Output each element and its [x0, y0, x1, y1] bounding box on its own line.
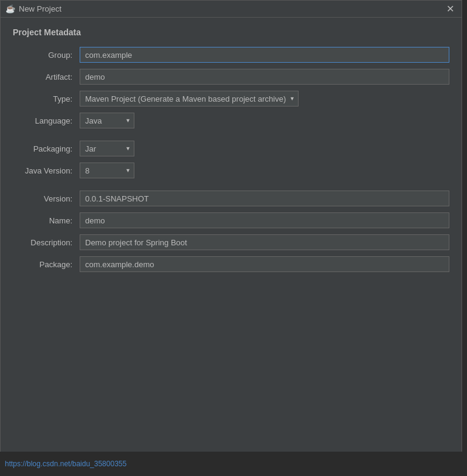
name-row: Name:	[13, 212, 449, 228]
title-bar-left: ☕ New Project	[5, 4, 61, 14]
version-input[interactable]	[80, 191, 449, 206]
packaging-select-container: Jar War	[80, 141, 134, 156]
name-input[interactable]	[80, 212, 449, 228]
status-url: https://blog.csdn.net/baidu_35800355	[5, 460, 126, 468]
new-project-dialog: ☕ New Project ✕ Project Metadata Group: …	[0, 0, 462, 476]
group-label: Group:	[13, 51, 80, 60]
artifact-row: Artifact:	[13, 69, 449, 85]
type-select[interactable]: Maven Project (Generate a Maven based pr…	[80, 91, 299, 107]
right-strip	[462, 0, 467, 476]
section-title: Project Metadata	[13, 27, 449, 37]
language-select[interactable]: Java Kotlin Groovy	[80, 113, 134, 128]
java-version-select-container: 8 11 17 21	[80, 163, 134, 178]
package-label: Package:	[13, 260, 80, 269]
bottom-bar: https://blog.csdn.net/baidu_35800355	[0, 452, 462, 476]
description-row: Description:	[13, 234, 449, 250]
java-version-select[interactable]: 8 11 17 21	[80, 163, 134, 178]
package-input[interactable]	[80, 256, 449, 272]
type-select-container: Maven Project (Generate a Maven based pr…	[80, 91, 299, 107]
title-bar: ☕ New Project ✕	[1, 1, 462, 18]
packaging-row: Packaging: Jar War	[13, 141, 449, 156]
group-row: Group:	[13, 47, 449, 63]
window-title: New Project	[19, 4, 61, 13]
language-row: Language: Java Kotlin Groovy	[13, 113, 449, 128]
description-input[interactable]	[80, 234, 449, 250]
window-icon: ☕	[5, 4, 15, 14]
packaging-label: Packaging:	[13, 144, 80, 153]
description-label: Description:	[13, 238, 80, 247]
dialog-content: Project Metadata Group: Artifact: Type: …	[1, 18, 462, 288]
group-input[interactable]	[80, 47, 449, 63]
close-button[interactable]: ✕	[444, 4, 457, 14]
packaging-select[interactable]: Jar War	[80, 141, 134, 156]
type-row: Type: Maven Project (Generate a Maven ba…	[13, 91, 449, 107]
java-version-label: Java Version:	[13, 166, 80, 175]
artifact-input[interactable]	[80, 69, 449, 85]
version-label: Version:	[13, 194, 80, 203]
type-label: Type:	[13, 94, 80, 103]
package-row: Package:	[13, 256, 449, 272]
language-select-container: Java Kotlin Groovy	[80, 113, 134, 128]
language-label: Language:	[13, 116, 80, 125]
name-label: Name:	[13, 216, 80, 225]
java-version-row: Java Version: 8 11 17 21	[13, 163, 449, 178]
artifact-label: Artifact:	[13, 72, 80, 82]
version-row: Version:	[13, 191, 449, 206]
